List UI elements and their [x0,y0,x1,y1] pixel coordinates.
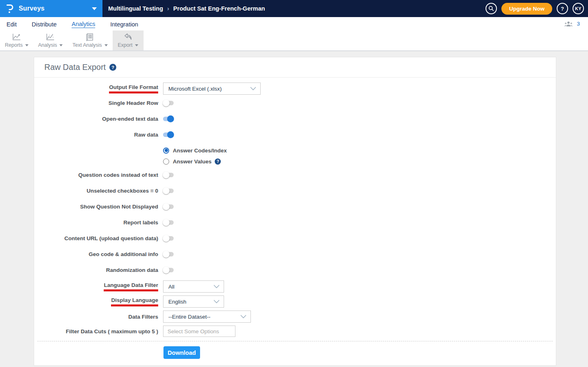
group-icon [564,21,573,27]
chevron-down-icon [25,44,28,46]
product-switcher[interactable]: Surveys [0,0,102,17]
book-icon [85,33,94,41]
data-filters-select[interactable]: --Entire Dataset-- [163,311,251,323]
geo-code-toggle[interactable] [163,252,174,256]
show-question-not-displayed-label: Show Question Not Displayed [34,204,158,210]
raw-data-toggle[interactable] [163,132,174,137]
filter-data-cuts-row: Filter Data Cuts ( maximum upto 5 ) [34,326,556,337]
avatar[interactable]: KY [573,3,584,14]
tab-distribute[interactable]: Distribute [32,20,57,28]
toolbar-analysis-label: Analysis [38,42,57,48]
upgrade-now-button[interactable]: Upgrade Now [501,3,552,15]
chevron-down-icon [213,300,220,304]
tab-integration[interactable]: Integration [110,20,138,28]
show-question-not-displayed-toggle[interactable] [163,204,174,209]
panel-header: Raw Data Export ? [34,57,556,78]
output-file-format-value: Microsoft Excel (.xlsx) [168,86,222,92]
chevron-down-icon [105,44,108,46]
search-icon [488,6,494,11]
toolbar-reports[interactable]: Reports [0,30,33,50]
display-language-value: English [168,299,186,305]
collaborators[interactable]: 3 [564,21,580,27]
output-file-format-label: Output File Format [34,84,158,93]
output-file-format-select[interactable]: Microsoft Excel (.xlsx) [163,83,261,95]
display-language-select[interactable]: English [163,295,224,308]
open-ended-text-data-label: Open-ended text data [34,116,158,122]
chevron-down-icon [213,285,220,289]
display-language-row: Display Language English [34,295,556,308]
single-header-row-toggle[interactable] [163,101,174,105]
toolbar-export[interactable]: Export [113,30,144,50]
data-filters-row: Data Filters --Entire Dataset-- [34,311,556,323]
breadcrumb-separator-icon: › [167,5,169,12]
download-button[interactable]: Download [163,346,200,359]
raw-data-export-panel: Raw Data Export ? Output File Format Mic… [34,57,556,366]
content-url-row: Content URL (upload question data) [34,235,556,241]
export-arrow-icon [123,33,133,41]
top-bar: Surveys Multilingual Testing › Product S… [0,0,588,17]
answer-values-row: Answer Values ? [34,157,556,166]
answer-codes-index-label: Answer Codes/Index [173,148,227,154]
open-ended-text-data-toggle[interactable] [163,117,174,121]
tab-analytics[interactable]: Analytics [72,20,95,28]
language-data-filter-value: All [168,284,174,290]
unselected-checkboxes-toggle[interactable] [163,189,174,193]
survey-nav: Edit Distribute Analytics Integration 3 [0,17,588,30]
single-header-row-label: Single Header Row [34,100,158,106]
randomization-data-label: Randomization data [34,267,158,273]
answer-codes-index-row: Answer Codes/Index [34,146,556,155]
chevron-down-icon [59,44,63,46]
search-button[interactable] [486,3,497,14]
toolbar-analysis[interactable]: Analysis [33,30,68,50]
toolbar-text-analysis-label: Text Analysis [72,42,102,48]
breadcrumb-survey[interactable]: Product Sat Eng-French-German [173,5,265,12]
question-codes-toggle[interactable] [163,173,174,177]
report-labels-label: Report labels [34,219,158,226]
answer-values-help-icon[interactable]: ? [215,159,221,165]
answer-values-radio[interactable] [163,159,169,165]
export-settings-form: Output File Format Microsoft Excel (.xls… [34,78,556,359]
line-chart-icon [12,33,22,41]
product-name: Surveys [19,5,45,12]
tab-edit[interactable]: Edit [7,20,17,28]
language-data-filter-label: Language Data Filter [34,282,158,291]
page-title: Raw Data Export [44,63,106,72]
randomization-data-toggle[interactable] [163,268,174,272]
geo-code-row: Geo code & additional info [34,251,556,257]
answer-codes-index-radio[interactable] [163,148,169,154]
unselected-checkboxes-row: Unselected checkboxes = 0 [34,187,556,194]
divider [37,341,553,341]
breadcrumb: Multilingual Testing › Product Sat Eng-F… [102,0,486,17]
help-icon[interactable]: ? [109,64,116,71]
report-labels-row: Report labels [34,219,556,226]
unselected-checkboxes-label: Unselected checkboxes = 0 [34,188,158,194]
content-url-label: Content URL (upload question data) [34,235,158,241]
chevron-down-icon [135,44,138,46]
geo-code-label: Geo code & additional info [34,251,158,257]
raw-data-label: Raw data [34,132,158,138]
content-url-toggle[interactable] [163,236,174,241]
topbar-actions: Upgrade Now ? KY [486,0,588,17]
breadcrumb-folder[interactable]: Multilingual Testing [108,5,163,12]
question-codes-label: Question codes instead of text [34,172,158,178]
display-language-label: Display Language [34,297,158,306]
output-file-format-row: Output File Format Microsoft Excel (.xls… [34,83,556,95]
data-filters-label: Data Filters [34,314,158,320]
toolbar-export-label: Export [118,42,133,48]
answer-values-label: Answer Values [173,159,211,165]
analytics-toolbar: Reports Analysis Text Analysis Export [0,30,588,51]
help-button[interactable]: ? [557,3,568,14]
question-codes-row: Question codes instead of text [34,172,556,178]
raw-data-row: Raw data [34,131,556,138]
chevron-down-icon [240,315,246,319]
toolbar-text-analysis[interactable]: Text Analysis [68,30,112,50]
download-row: Download [34,346,556,359]
filter-data-cuts-label: Filter Data Cuts ( maximum upto 5 ) [34,328,158,334]
randomization-data-row: Randomization data [34,267,556,273]
language-data-filter-row: Language Data Filter All [34,280,556,293]
questionpro-logo-icon [6,3,15,14]
language-data-filter-select[interactable]: All [163,280,224,293]
filter-data-cuts-input[interactable] [163,326,235,337]
report-labels-toggle[interactable] [163,220,174,225]
collaborators-count: 3 [577,21,580,27]
